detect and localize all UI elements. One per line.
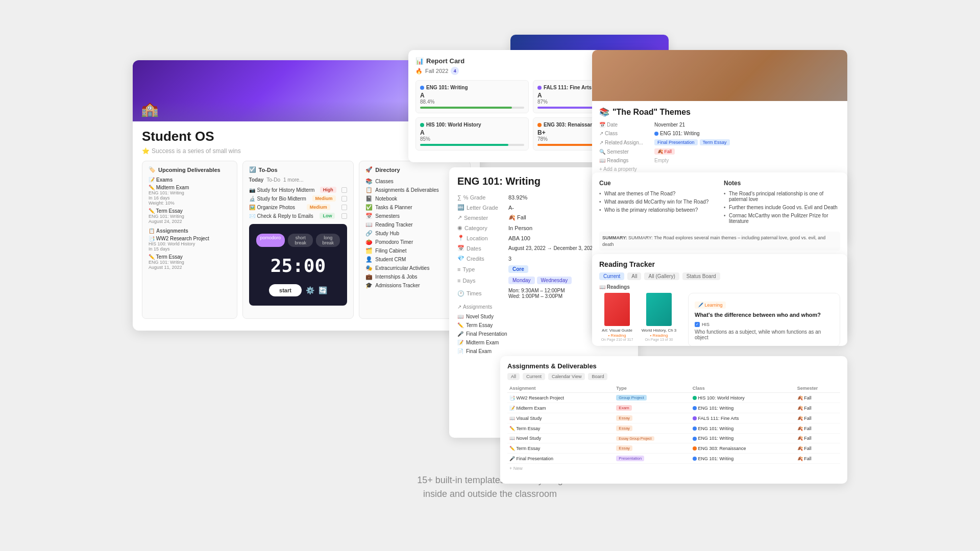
col-assignment: Assignment: [507, 384, 614, 393]
refresh-icon[interactable]: 🔄: [318, 286, 327, 294]
book-icon: 📚: [599, 107, 609, 117]
reading-tab-gallery[interactable]: All (Gallery): [644, 272, 679, 280]
filter-all[interactable]: All: [507, 373, 520, 380]
semester-tag: 🍂 Fall: [654, 148, 675, 155]
term-icon: ✏️: [457, 322, 463, 328]
todo-item-2: 🔬 Study for Bio Midterm Medium: [249, 195, 348, 202]
note-1: The Road's principal relationship is one…: [724, 191, 840, 202]
pomo-tab-pomodoro[interactable]: pomodoro: [256, 234, 285, 247]
todos-section: ☑️ To-Dos Today To-Do 1 more... 📷 Study …: [242, 161, 354, 319]
study-icon: 🔗: [365, 230, 373, 237]
assignments-label: 📋 Assignments: [149, 228, 231, 234]
notes-columns: Cue What are themes of The Road? What aw…: [599, 180, 840, 227]
novel-icon: 📖: [457, 314, 463, 319]
exam-icon: 📝: [149, 177, 155, 183]
star-icon: ⭐: [142, 147, 150, 155]
exam-item-1: ✏️ Midterm Exam ENG 101: Writing In 16 d…: [149, 185, 231, 206]
high-badge: High: [320, 187, 336, 193]
reading-tab-board[interactable]: Status Board: [682, 272, 720, 280]
filter-calendar[interactable]: Calendar View: [548, 373, 585, 380]
pomodoro-box: pomodoro short break long break 25:00 st…: [249, 224, 348, 306]
tab-today[interactable]: Today: [249, 177, 264, 183]
reading-title: Reading Tracker: [599, 260, 840, 268]
flashcard: 🖊️ Learning What's the difference betwee…: [688, 293, 840, 346]
checkbox-3[interactable]: [341, 205, 347, 210]
filter-current[interactable]: Current: [523, 373, 545, 380]
assign-item-1: 📑 WW2 Research Project HIS 100: World Hi…: [149, 236, 231, 252]
reading-tabs: Current All All (Gallery) Status Board: [599, 272, 840, 280]
cue-title: Cue: [599, 180, 716, 187]
school-icon: 🏫: [141, 101, 159, 117]
assign-title: Assignments & Deliverables: [507, 362, 840, 370]
rc-bar-3: [420, 144, 524, 146]
wednesday-tag: Wednesday: [537, 277, 572, 284]
type-core-tag: Core: [508, 265, 528, 273]
rc-bar-1: [420, 107, 524, 109]
checkbox-1[interactable]: [341, 187, 347, 193]
cue-2: What awards did McCarthy win for The Roa…: [599, 199, 716, 205]
flashcard-question: What's the difference between who and wh…: [695, 312, 834, 318]
book-cover-2: [646, 293, 672, 326]
midterm-icon: 📝: [457, 340, 463, 345]
medium-badge-2: Medium: [307, 204, 330, 210]
col-semester: Semester: [795, 384, 840, 393]
notes-title: Notes: [724, 180, 840, 187]
sections-row: 🏷️ Upcoming Deliverables 📝 Exams ✏️ Midt…: [142, 161, 471, 319]
road-semester-prop: 🔍 Semester 🍂 Fall: [599, 148, 840, 155]
table-row: ✏️ Term Essay Essay ENG 303: Renaissance…: [507, 443, 840, 454]
extra-icon: 🎭: [365, 265, 373, 271]
pomo-tab-short[interactable]: short break: [288, 234, 313, 247]
todo-icon: ☑️: [249, 166, 256, 173]
col-type: Type: [614, 384, 691, 393]
reading-tab-current[interactable]: Current: [599, 272, 624, 280]
book-2: World History, Ch 3 • Reading On Page 13…: [641, 293, 677, 346]
classes-icon: 📚: [365, 178, 373, 185]
screenshots-area: 🏫 Student OS ⭐ Success is a series of sm…: [133, 50, 847, 468]
filter-board[interactable]: Board: [588, 373, 607, 380]
bio-icon: 🔬: [249, 196, 255, 202]
internships-icon: 💼: [365, 273, 373, 280]
tasks-icon: ✅: [365, 204, 373, 211]
flashcard-check: ✓ HIS: [695, 322, 834, 327]
settings-icon[interactable]: ⚙️: [306, 286, 314, 294]
upcoming-icon: 🏷️: [149, 166, 156, 173]
checkbox-4[interactable]: [341, 213, 347, 219]
admissions-icon: 🎓: [365, 282, 373, 289]
book-1: Art: Visual Guide • Reading On Page 210 …: [599, 293, 635, 346]
exam-item-2: ✏️ Term Essay ENG 101: Writing August 24…: [149, 208, 231, 224]
table-row: 🎤 Final Presentation Presentation ENG 10…: [507, 454, 840, 464]
eng-assign-5: 📄 Final Exam: [457, 347, 630, 356]
rc-cell-1: ENG 101: Writing A 88.4%: [415, 80, 529, 113]
medium-badge-1: Medium: [312, 195, 336, 202]
pomo-tab-long[interactable]: long break: [316, 234, 340, 247]
add-new-row-btn[interactable]: + New: [507, 464, 840, 473]
main-container: 🏫 Student OS ⭐ Success is a series of sm…: [0, 0, 980, 551]
todo-tabs: Today To-Do 1 more...: [249, 177, 348, 183]
reading-books: Art: Visual Guide • Reading On Page 210 …: [599, 293, 840, 346]
pres-icon: 🎤: [457, 331, 463, 337]
checkbox-2[interactable]: [341, 196, 347, 202]
road-readings-prop: 📖 Readings Empty: [599, 158, 840, 163]
reading-tracker-card: Reading Tracker Current All All (Gallery…: [592, 254, 847, 346]
table-row: 📝 Midterm Exam Exam ENG 101: Writing 🍂 F…: [507, 403, 840, 413]
flashcard-answer: Who functions as a subject, while whom f…: [695, 329, 834, 340]
assign-item-2: ✏️ Term Essay ENG 101: Writing August 11…: [149, 254, 231, 270]
road-related-prop: ↗ Related Assign... Final Presentation T…: [599, 139, 840, 145]
pomo-tabs: pomodoro short break long break: [256, 234, 340, 247]
note-3: Cormac McCarthy won the Pulitzer Prize f…: [724, 213, 840, 224]
tab-todo[interactable]: To-Do: [266, 177, 280, 183]
exams-label: 📝 Exams: [149, 177, 231, 183]
related-values: Final Presentation Term Essay: [654, 139, 730, 145]
photo2-icon: 🖼️: [249, 205, 255, 210]
pomo-start-btn[interactable]: start: [269, 284, 302, 296]
table-row: 📑 WW2 Research Project Group Project HIS…: [507, 393, 840, 403]
add-property-btn[interactable]: + Add a property: [599, 166, 840, 172]
cue-column: Cue What are themes of The Road? What aw…: [599, 180, 716, 227]
tab-more[interactable]: 1 more...: [283, 177, 303, 183]
reading-tab-all[interactable]: All: [627, 272, 641, 280]
col-class: Class: [691, 384, 795, 393]
notebook-icon: 📓: [365, 195, 373, 202]
assignments-deliverables-card: Assignments & Deliverables All Current C…: [500, 356, 847, 484]
deliverables-icon: 📋: [365, 187, 373, 193]
table-row: 📖 Visual Study Essay FALS 111: Fine Arts…: [507, 413, 840, 423]
